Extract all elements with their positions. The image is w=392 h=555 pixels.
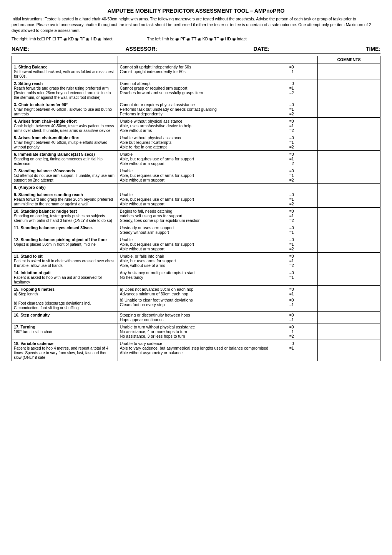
comments-cell-8 — [318, 191, 380, 208]
criteria-cell-8: Unable=0Able, but requires use of arms f… — [118, 191, 296, 208]
task-title-11: 12. Standing balance: picking object off… — [14, 237, 107, 242]
task-title-5: 6. Immediate standing Balance(1st 5 secs… — [14, 152, 95, 157]
score-cell-9 — [296, 208, 317, 224]
score-value: =2 — [284, 334, 294, 338]
score-value: =0 — [284, 192, 294, 197]
comments-cell-11 — [318, 236, 380, 253]
criteria-text: Any hesitancy or multiple attempts to st… — [120, 270, 195, 275]
criteria-pair: a) Does not advances 30cm on each hop=0 — [120, 287, 294, 292]
criteria-cell-13: Any hesitancy or multiple attempts to st… — [118, 269, 296, 286]
score-value: =1 — [284, 230, 294, 235]
criteria-cell-0: Cannot sit upright independently for 60s… — [118, 63, 296, 80]
score-value: =1 — [284, 69, 294, 74]
task-title-0: 1. Sitting Balance — [14, 65, 48, 69]
criteria-pair: Unable to vary cadence=0 — [120, 341, 294, 346]
criteria-text: Able, but requires use of arms for suppo… — [120, 157, 194, 161]
task-cell-17: 18. Variable cadencePatient is asked to … — [12, 340, 118, 361]
score-value: =1 — [284, 213, 294, 218]
criteria-text: b) Unable to clear foot without deviatio… — [120, 298, 193, 302]
score-value: =1 — [284, 258, 294, 263]
score-value: =0 — [284, 152, 294, 157]
task-cell-2: 3. Chair to chair transfer 90°Chair heig… — [12, 101, 118, 118]
criteria-text: Unsteady or uses arm support — [120, 225, 174, 230]
comments-cell-10 — [318, 224, 380, 236]
criteria-pair: Able without arm support=2 — [120, 161, 294, 166]
criteria-text: No assistance, 4 or more hops to turn — [120, 329, 187, 334]
criteria-text: Unable without physical assistance — [120, 135, 183, 140]
time-label: TIME: — [366, 46, 380, 52]
comments-cell-6 — [318, 167, 380, 184]
task-cell-7: 8. (Amypro only) — [12, 184, 118, 191]
criteria-pair: Able without arm support=2 — [120, 202, 294, 206]
criteria-pair: Able, without use of arms=2 — [120, 263, 294, 268]
task-sub-3: Chair height between 40-50cm, tester ask… — [14, 124, 114, 133]
score-value: =0 — [284, 254, 294, 258]
score-cell-7 — [296, 184, 317, 191]
score-value: =1 — [284, 292, 294, 296]
criteria-text: Stopping or discontinuity between hops — [120, 313, 190, 317]
criteria-pair: Cannot sit upright independently for 60s… — [120, 65, 294, 69]
criteria-cell-7 — [118, 184, 296, 191]
task-title-10: 11. Standing balance: eyes closed 30sec. — [14, 225, 93, 230]
criteria-pair: Able, but requires use of arms for suppo… — [120, 157, 294, 161]
criteria-text: Able but requires >1attempts — [120, 140, 172, 145]
limb-right: The right limb is:☐ PF ☐ TT ◉ KD ◉ TF ◉ … — [12, 37, 112, 41]
comments-cell-7 — [318, 184, 380, 191]
score-value: =0 — [284, 270, 294, 275]
criteria-cell-2: Cannot do or requires physical assistanc… — [118, 101, 296, 118]
score-cell-10 — [296, 224, 317, 236]
criteria-text: Able, without use of arms — [120, 263, 165, 268]
task-cell-10: 11. Standing balance: eyes closed 30sec. — [12, 224, 118, 236]
name-label: NAME: — [12, 46, 29, 52]
score-value: =1 — [284, 86, 294, 90]
score-value: =1 — [284, 157, 294, 161]
comments-cell-3 — [318, 118, 380, 134]
task-title-3: 4. Arises from chair–single effort — [14, 119, 77, 123]
score-value: =0 — [284, 209, 294, 213]
score-value: =0 — [284, 135, 294, 140]
score-value: =0 — [284, 225, 294, 230]
criteria-text: No hesitancy — [120, 275, 143, 280]
score-value: =0 — [284, 168, 294, 173]
score-value: =0 — [284, 81, 294, 86]
criteria-pair: No assistance, 4 or more hops to turn=1 — [120, 329, 294, 334]
task-title-13: 14. Initiation of gait — [14, 270, 51, 275]
criteria-text: No assistance, 3 or less hops to turn — [120, 334, 185, 338]
limb-left: The left limb is: ◉ PF ◉ TT ◉ KD ◉ TF ◉ … — [147, 37, 247, 41]
task-sub-1: Reach forwards and grasp the ruler using… — [14, 86, 111, 100]
criteria-pair: Steady, toes come up for equilibrium rea… — [120, 218, 294, 223]
score-value: =1 — [284, 173, 294, 178]
comments-cell-2 — [318, 101, 380, 118]
criteria-pair: Able, but requires use of arms for suppo… — [120, 242, 294, 247]
criteria-text: Unable to turn without physical assistan… — [120, 325, 195, 329]
task-sub-4: Chair height between 40-50cm, multiple e… — [14, 140, 107, 149]
criteria-pair: Stopping or discontinuity between hops=0 — [120, 313, 294, 317]
task-sub-12: Patient is asked to sit in chair with ar… — [14, 259, 116, 268]
criteria-text: Cannot do or requires physical assistanc… — [120, 102, 195, 107]
criteria-pair: Unsteady or uses arm support=0 — [120, 225, 294, 230]
criteria-text: Able without arm support — [120, 247, 164, 251]
limb-line: The right limb is:☐ PF ☐ TT ◉ KD ◉ TF ◉ … — [12, 36, 380, 42]
score-value: =2 — [284, 112, 294, 116]
criteria-text: Hops appear continuous — [120, 317, 164, 322]
criteria-pair: No assistance, 3 or less hops to turn=2 — [120, 334, 294, 338]
header-task-col — [12, 56, 118, 63]
score-value: =2 — [284, 263, 294, 268]
criteria-pair: Does not attempt=0 — [120, 81, 294, 86]
criteria-text: Unable, or falls into chair — [120, 254, 164, 258]
criteria-text: Cannot sit upright independently for 60s — [120, 65, 191, 69]
criteria-cell-14: a) Does not advances 30cm on each hop=0A… — [118, 286, 296, 312]
criteria-pair: Hops appear continuous=1 — [120, 317, 294, 322]
task-cell-0: 1. Sitting BalanceSit forward without ba… — [12, 63, 118, 80]
score-cell-4 — [296, 134, 317, 151]
criteria-text: Steady, toes come up for equilibrium rea… — [120, 218, 201, 223]
score-value: =2 — [284, 178, 294, 182]
score-value: =0 — [284, 313, 294, 317]
score-value — [284, 350, 294, 355]
criteria-pair: Unable=0 — [120, 152, 294, 157]
task-title-12: 13. Stand to sit — [14, 254, 43, 258]
comments-cell-14 — [318, 286, 380, 312]
criteria-cell-16: Unable to turn without physical assistan… — [118, 323, 296, 340]
criteria-text: Able without arm support — [120, 161, 164, 166]
criteria-cell-10: Unsteady or uses arm support=0Steady wit… — [118, 224, 296, 236]
